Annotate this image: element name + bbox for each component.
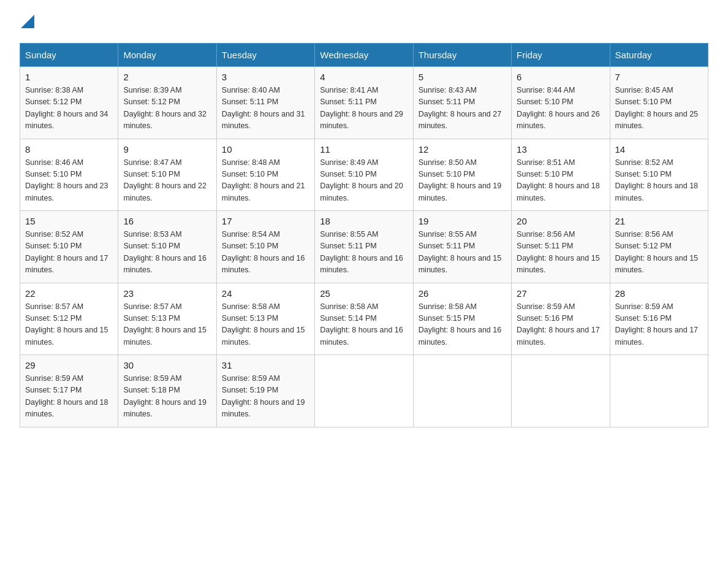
day-info: Sunrise: 8:55 AMSunset: 5:11 PMDaylight:…: [320, 230, 403, 274]
day-info: Sunrise: 8:57 AMSunset: 5:12 PMDaylight:…: [25, 302, 108, 347]
day-cell: 20 Sunrise: 8:56 AMSunset: 5:11 PMDaylig…: [512, 211, 610, 283]
day-number: 4: [320, 72, 408, 82]
day-info: Sunrise: 8:44 AMSunset: 5:10 PMDaylight:…: [517, 86, 600, 130]
day-number: 15: [25, 216, 113, 226]
day-number: 24: [222, 288, 309, 299]
day-cell: 22 Sunrise: 8:57 AMSunset: 5:12 PMDaylig…: [20, 283, 118, 355]
header-cell-thursday: Thursday: [413, 44, 511, 67]
day-info: Sunrise: 8:59 AMSunset: 5:16 PMDaylight:…: [517, 302, 600, 347]
day-info: Sunrise: 8:59 AMSunset: 5:16 PMDaylight:…: [615, 302, 699, 347]
day-number: 20: [517, 216, 604, 226]
day-info: Sunrise: 8:58 AMSunset: 5:14 PMDaylight:…: [320, 302, 403, 347]
day-info: Sunrise: 8:51 AMSunset: 5:10 PMDaylight:…: [517, 158, 600, 202]
calendar-table: SundayMondayTuesdayWednesdayThursdayFrid…: [20, 43, 708, 427]
day-cell: 15 Sunrise: 8:52 AMSunset: 5:10 PMDaylig…: [20, 211, 118, 283]
day-info: Sunrise: 8:40 AMSunset: 5:11 PMDaylight:…: [222, 86, 305, 130]
day-cell: 16 Sunrise: 8:53 AMSunset: 5:10 PMDaylig…: [118, 211, 216, 283]
day-cell: 12 Sunrise: 8:50 AMSunset: 5:10 PMDaylig…: [413, 139, 511, 211]
week-row-2: 8 Sunrise: 8:46 AMSunset: 5:10 PMDayligh…: [20, 139, 708, 211]
day-number: 28: [615, 288, 703, 299]
day-info: Sunrise: 8:48 AMSunset: 5:10 PMDaylight:…: [222, 158, 305, 202]
day-number: 29: [25, 360, 113, 370]
day-cell: [315, 355, 413, 427]
day-cell: 30 Sunrise: 8:59 AMSunset: 5:18 PMDaylig…: [118, 355, 216, 427]
day-cell: 19 Sunrise: 8:55 AMSunset: 5:11 PMDaylig…: [413, 211, 511, 283]
day-number: 3: [222, 72, 309, 82]
day-info: Sunrise: 8:56 AMSunset: 5:11 PMDaylight:…: [517, 230, 600, 274]
page-header: [20, 15, 708, 28]
day-number: 12: [419, 144, 506, 155]
day-cell: 2 Sunrise: 8:39 AMSunset: 5:12 PMDayligh…: [118, 67, 216, 139]
day-cell: 6 Sunrise: 8:44 AMSunset: 5:10 PMDayligh…: [512, 67, 610, 139]
header-cell-tuesday: Tuesday: [216, 44, 314, 67]
day-cell: 18 Sunrise: 8:55 AMSunset: 5:11 PMDaylig…: [315, 211, 413, 283]
day-info: Sunrise: 8:47 AMSunset: 5:10 PMDaylight:…: [123, 158, 207, 202]
week-row-3: 15 Sunrise: 8:52 AMSunset: 5:10 PMDaylig…: [20, 211, 708, 283]
day-info: Sunrise: 8:49 AMSunset: 5:10 PMDaylight:…: [320, 158, 403, 202]
day-info: Sunrise: 8:39 AMSunset: 5:12 PMDaylight:…: [123, 86, 207, 130]
day-cell: 25 Sunrise: 8:58 AMSunset: 5:14 PMDaylig…: [315, 283, 413, 355]
day-info: Sunrise: 8:58 AMSunset: 5:15 PMDaylight:…: [419, 302, 502, 347]
day-number: 31: [222, 360, 309, 370]
day-info: Sunrise: 8:43 AMSunset: 5:11 PMDaylight:…: [419, 86, 502, 130]
day-info: Sunrise: 8:38 AMSunset: 5:12 PMDaylight:…: [25, 86, 108, 130]
day-number: 19: [419, 216, 506, 226]
day-number: 11: [320, 144, 408, 155]
day-info: Sunrise: 8:53 AMSunset: 5:10 PMDaylight:…: [123, 230, 207, 274]
day-info: Sunrise: 8:54 AMSunset: 5:10 PMDaylight:…: [222, 230, 305, 274]
header-cell-wednesday: Wednesday: [315, 44, 413, 67]
day-number: 6: [517, 72, 604, 82]
day-number: 10: [222, 144, 309, 155]
header-cell-monday: Monday: [118, 44, 216, 67]
day-number: 1: [25, 72, 113, 82]
day-info: Sunrise: 8:59 AMSunset: 5:18 PMDaylight:…: [123, 374, 207, 418]
logo: [20, 15, 34, 28]
day-cell: 31 Sunrise: 8:59 AMSunset: 5:19 PMDaylig…: [216, 355, 314, 427]
day-cell: 4 Sunrise: 8:41 AMSunset: 5:11 PMDayligh…: [315, 67, 413, 139]
day-info: Sunrise: 8:59 AMSunset: 5:17 PMDaylight:…: [25, 374, 108, 418]
day-number: 23: [123, 288, 211, 299]
day-number: 18: [320, 216, 408, 226]
day-info: Sunrise: 8:52 AMSunset: 5:10 PMDaylight:…: [615, 158, 699, 202]
day-cell: [413, 355, 511, 427]
week-row-4: 22 Sunrise: 8:57 AMSunset: 5:12 PMDaylig…: [20, 283, 708, 355]
week-row-5: 29 Sunrise: 8:59 AMSunset: 5:17 PMDaylig…: [20, 355, 708, 427]
day-cell: 3 Sunrise: 8:40 AMSunset: 5:11 PMDayligh…: [216, 67, 314, 139]
header-cell-sunday: Sunday: [20, 44, 118, 67]
calendar-header: SundayMondayTuesdayWednesdayThursdayFrid…: [20, 44, 708, 67]
day-info: Sunrise: 8:50 AMSunset: 5:10 PMDaylight:…: [419, 158, 502, 202]
day-info: Sunrise: 8:45 AMSunset: 5:10 PMDaylight:…: [615, 86, 699, 130]
day-cell: 1 Sunrise: 8:38 AMSunset: 5:12 PMDayligh…: [20, 67, 118, 139]
day-cell: 28 Sunrise: 8:59 AMSunset: 5:16 PMDaylig…: [610, 283, 708, 355]
day-cell: 7 Sunrise: 8:45 AMSunset: 5:10 PMDayligh…: [610, 67, 708, 139]
svg-marker-0: [21, 15, 34, 28]
day-cell: 8 Sunrise: 8:46 AMSunset: 5:10 PMDayligh…: [20, 139, 118, 211]
header-row: SundayMondayTuesdayWednesdayThursdayFrid…: [20, 44, 708, 67]
day-cell: 14 Sunrise: 8:52 AMSunset: 5:10 PMDaylig…: [610, 139, 708, 211]
day-number: 27: [517, 288, 604, 299]
day-info: Sunrise: 8:56 AMSunset: 5:12 PMDaylight:…: [615, 230, 699, 274]
day-number: 2: [123, 72, 211, 82]
day-number: 21: [615, 216, 703, 226]
day-number: 9: [123, 144, 211, 155]
day-info: Sunrise: 8:57 AMSunset: 5:13 PMDaylight:…: [123, 302, 207, 347]
day-cell: 27 Sunrise: 8:59 AMSunset: 5:16 PMDaylig…: [512, 283, 610, 355]
day-info: Sunrise: 8:58 AMSunset: 5:13 PMDaylight:…: [222, 302, 305, 347]
day-cell: 11 Sunrise: 8:49 AMSunset: 5:10 PMDaylig…: [315, 139, 413, 211]
calendar-body: 1 Sunrise: 8:38 AMSunset: 5:12 PMDayligh…: [20, 67, 708, 427]
day-number: 25: [320, 288, 408, 299]
day-number: 14: [615, 144, 703, 155]
day-info: Sunrise: 8:59 AMSunset: 5:19 PMDaylight:…: [222, 374, 305, 418]
day-number: 8: [25, 144, 113, 155]
day-info: Sunrise: 8:52 AMSunset: 5:10 PMDaylight:…: [25, 230, 108, 274]
day-cell: 29 Sunrise: 8:59 AMSunset: 5:17 PMDaylig…: [20, 355, 118, 427]
logo-triangle-icon: [21, 15, 34, 28]
day-cell: 24 Sunrise: 8:58 AMSunset: 5:13 PMDaylig…: [216, 283, 314, 355]
day-info: Sunrise: 8:55 AMSunset: 5:11 PMDaylight:…: [419, 230, 502, 274]
day-number: 7: [615, 72, 703, 82]
day-info: Sunrise: 8:46 AMSunset: 5:10 PMDaylight:…: [25, 158, 108, 202]
day-cell: 21 Sunrise: 8:56 AMSunset: 5:12 PMDaylig…: [610, 211, 708, 283]
day-cell: 13 Sunrise: 8:51 AMSunset: 5:10 PMDaylig…: [512, 139, 610, 211]
day-number: 16: [123, 216, 211, 226]
day-cell: 26 Sunrise: 8:58 AMSunset: 5:15 PMDaylig…: [413, 283, 511, 355]
